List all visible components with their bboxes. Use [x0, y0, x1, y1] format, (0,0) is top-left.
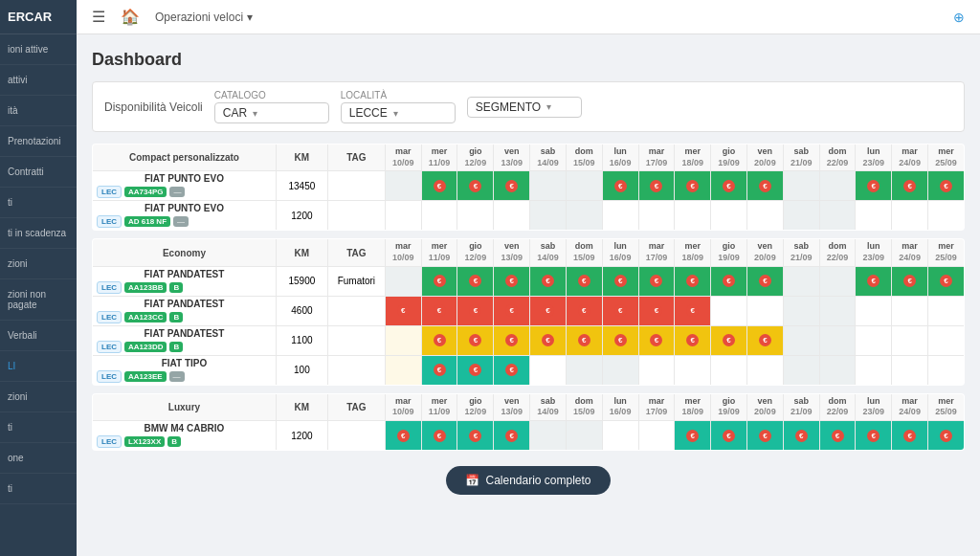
sidebar-item-prenotazioni[interactable]: Prenotazioni	[0, 126, 77, 157]
calendar-cell[interactable]: €	[457, 171, 494, 201]
calendar-cell[interactable]	[856, 296, 892, 325]
calendar-cell[interactable]: €	[530, 296, 567, 325]
calendar-cell[interactable]: €	[711, 421, 747, 451]
calendar-cell[interactable]	[928, 325, 965, 355]
home-icon[interactable]: 🏠	[121, 8, 140, 26]
calendar-cell[interactable]: €	[421, 421, 457, 451]
calendar-cell[interactable]: €	[494, 296, 530, 325]
calendar-cell[interactable]	[638, 201, 675, 231]
sidebar-item-verbali[interactable]: Verbali	[0, 321, 77, 351]
segmento-select[interactable]: SEGMENTO ▾	[467, 97, 582, 118]
sidebar-item-6[interactable]: ti in scadenza	[0, 218, 77, 249]
calendar-cell[interactable]: €	[421, 325, 457, 355]
calendar-cell[interactable]	[819, 325, 856, 355]
calendar-cell[interactable]: €	[675, 171, 711, 201]
calendar-cell[interactable]	[675, 355, 711, 385]
calendar-cell[interactable]: €	[494, 171, 530, 201]
calendar-cell[interactable]	[892, 325, 928, 355]
calendar-cell[interactable]	[746, 296, 783, 325]
calendar-cell[interactable]: €	[638, 266, 675, 296]
calendar-cell[interactable]	[385, 355, 421, 385]
calendar-cell[interactable]: €	[711, 325, 747, 355]
calendar-cell[interactable]	[711, 296, 747, 325]
calendar-cell[interactable]	[494, 201, 530, 231]
calendar-cell[interactable]: €	[494, 355, 530, 385]
sidebar-item-8[interactable]: zioni non pagate	[0, 279, 77, 321]
calendar-cell[interactable]	[638, 421, 675, 451]
calendar-cell[interactable]: €	[494, 421, 530, 451]
calendar-cell[interactable]: €	[602, 296, 638, 325]
calendar-cell[interactable]	[746, 201, 783, 231]
calendar-cell[interactable]	[675, 201, 711, 231]
sidebar-item-contratti[interactable]: Contratti	[0, 157, 77, 188]
calendar-cell[interactable]	[892, 296, 928, 325]
sidebar-item-11[interactable]: one	[0, 443, 77, 474]
calendar-cell[interactable]: €	[457, 421, 494, 451]
calendar-cell[interactable]: €	[638, 171, 675, 201]
calendar-cell[interactable]	[566, 355, 602, 385]
calendar-cell[interactable]: €	[421, 355, 457, 385]
calendar-cell[interactable]	[892, 355, 928, 385]
calendar-cell[interactable]	[385, 201, 421, 231]
calendar-cell[interactable]: €	[675, 266, 711, 296]
sidebar-item-2[interactable]: attivi	[0, 65, 77, 96]
catalogo-select[interactable]: CAR ▾	[214, 102, 329, 123]
sidebar-item-1[interactable]: ioni attive	[0, 34, 77, 65]
calendar-cell[interactable]	[783, 325, 819, 355]
calendar-cell[interactable]	[566, 171, 602, 201]
calendar-cell[interactable]: €	[494, 266, 530, 296]
calendar-cell[interactable]	[566, 201, 602, 231]
calendar-cell[interactable]: €	[385, 296, 421, 325]
calendar-cell[interactable]: €	[457, 266, 494, 296]
calendar-cell[interactable]: €	[928, 266, 965, 296]
calendar-cell[interactable]: €	[530, 266, 567, 296]
menu-icon[interactable]: ☰	[92, 8, 105, 26]
calendar-cell[interactable]: €	[746, 171, 783, 201]
calendar-cell[interactable]	[819, 266, 856, 296]
calendar-cell[interactable]	[746, 355, 783, 385]
calendar-cell[interactable]	[819, 355, 856, 385]
calendar-cell[interactable]	[892, 201, 928, 231]
calendar-cell[interactable]	[530, 201, 567, 231]
calendar-cell[interactable]: €	[566, 296, 602, 325]
calendar-cell[interactable]: €	[675, 296, 711, 325]
calendar-cell[interactable]: €	[675, 421, 711, 451]
calendar-cell[interactable]: €	[602, 171, 638, 201]
sidebar-item-12[interactable]: ti	[0, 474, 77, 504]
calendar-cell[interactable]	[602, 201, 638, 231]
calendar-cell[interactable]: €	[711, 266, 747, 296]
calendar-cell[interactable]: €	[675, 325, 711, 355]
calendar-cell[interactable]: €	[783, 421, 819, 451]
calendar-cell[interactable]: €	[638, 296, 675, 325]
calendar-cell[interactable]	[566, 421, 602, 451]
calendar-cell[interactable]: €	[892, 266, 928, 296]
calendar-cell[interactable]	[602, 355, 638, 385]
calendar-cell[interactable]: €	[856, 171, 892, 201]
calendar-cell[interactable]: €	[566, 325, 602, 355]
calendar-cell[interactable]	[928, 296, 965, 325]
calendar-cell[interactable]: €	[385, 421, 421, 451]
sidebar-item-10[interactable]: ti	[0, 412, 77, 443]
calendar-cell[interactable]: €	[421, 171, 457, 201]
calendar-cell[interactable]: €	[602, 325, 638, 355]
calendar-cell[interactable]	[928, 355, 965, 385]
calendar-cell[interactable]	[385, 266, 421, 296]
calendar-cell[interactable]	[783, 355, 819, 385]
calendar-cell[interactable]	[819, 296, 856, 325]
calendar-cell[interactable]	[819, 171, 856, 201]
calendar-cell[interactable]: €	[928, 171, 965, 201]
calendar-cell[interactable]	[783, 296, 819, 325]
sidebar-item-li[interactable]: LI	[0, 351, 77, 382]
calendar-cell[interactable]	[711, 355, 747, 385]
calendar-cell[interactable]	[856, 325, 892, 355]
calendar-cell[interactable]	[928, 201, 965, 231]
calendar-cell[interactable]	[856, 201, 892, 231]
calendar-cell[interactable]	[783, 201, 819, 231]
calendar-cell[interactable]: €	[892, 421, 928, 451]
calendar-cell[interactable]	[602, 421, 638, 451]
calendar-cell[interactable]: €	[892, 171, 928, 201]
calendar-cell[interactable]	[530, 355, 567, 385]
calendar-cell[interactable]: €	[457, 296, 494, 325]
calendar-cell[interactable]: €	[746, 421, 783, 451]
calendar-cell[interactable]: €	[928, 421, 965, 451]
